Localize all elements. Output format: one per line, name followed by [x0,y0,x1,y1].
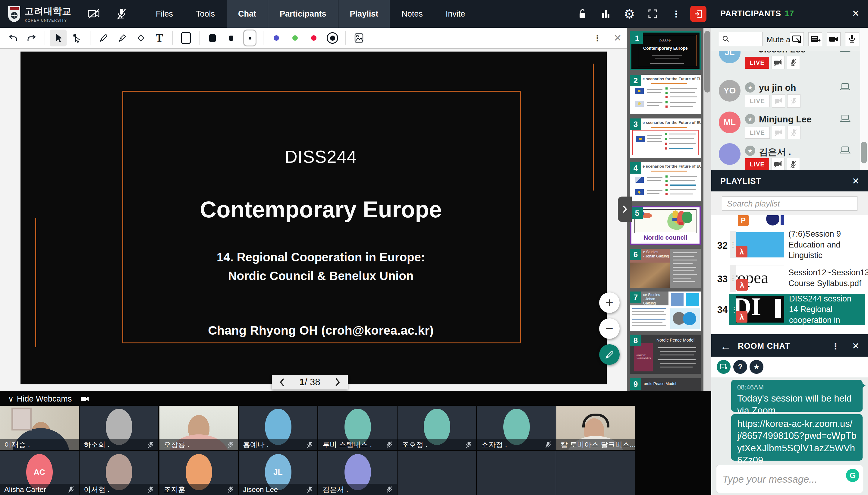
text-tool[interactable]: T [151,30,168,47]
camera-off-button[interactable] [772,126,785,139]
webcam-tile[interactable]: 조지훈 [159,451,238,495]
color-red[interactable] [305,30,322,47]
lock-button[interactable] [573,0,592,28]
participants-close-button[interactable]: ✕ [850,8,861,19]
menu-chat[interactable]: Chat [227,0,267,28]
camera-off-toggle[interactable] [80,0,108,28]
slide-thumbnail-8[interactable]: 8 Nordic Peace Model Security Communitie… [630,335,701,374]
playlist-item-selected[interactable]: ⋮ DI λ DISS244 session 14 Regional coope… [729,294,865,325]
chat-help-button[interactable]: ? [733,360,747,374]
mic-off-toggle[interactable] [108,0,135,28]
participant-row[interactable]: JL Jiseon Lee LIVE [711,51,860,68]
mic-off-button[interactable] [787,56,800,69]
menu-notes[interactable]: Notes [390,0,434,28]
drag-handle-icon[interactable]: ⋮ [730,265,736,292]
color-green[interactable] [287,30,303,47]
toolbar-overflow-menu[interactable]: ⋮ [591,33,603,44]
webcam-tile[interactable]: 루비 스탬네스 . [318,406,397,450]
webcam-tile[interactable]: JL Jiseon Lee [239,451,317,495]
presentation-canvas[interactable]: DISS244 Contemporary Europe 14. Regional… [0,49,627,391]
annotate-pencil-button[interactable] [599,344,620,365]
menu-files[interactable]: Files [144,0,185,28]
chat-notes-button[interactable] [717,360,731,374]
room-chat-close-button[interactable]: ✕ [850,340,861,352]
chat-menu-button[interactable]: ⋮ [829,341,841,352]
slide-thumbnail-2[interactable]: 2 e scenarios for the Future of EU 27 [630,75,701,114]
settings-button[interactable]: ⚙ [620,0,639,28]
thumbnail-scrollbar-thumb[interactable] [704,31,710,92]
laptop-icon[interactable] [837,145,853,156]
redo-button[interactable] [23,30,40,47]
playlist-close-button[interactable]: ✕ [850,175,861,187]
chat-message-input[interactable] [716,465,837,494]
chat-input-box[interactable]: G [716,465,863,493]
stroke-width-medium[interactable] [223,30,240,47]
undo-button[interactable] [4,30,21,47]
color-black-selected[interactable] [324,30,341,47]
webcam-tile[interactable]: 이재승 . [0,406,79,450]
mic-off-button[interactable] [787,126,800,139]
webcam-tile[interactable]: 이서현 . [80,451,158,495]
participant-search[interactable] [719,32,763,46]
next-page-button[interactable] [333,377,342,387]
drag-handle-icon[interactable]: ⋮ [730,231,736,258]
slide-thumbnail-9[interactable]: 9 ordic Peace Model [630,378,701,391]
color-blue[interactable] [268,30,285,47]
hide-webcams-toggle[interactable]: ∨ Hide Webcams [8,394,89,404]
mute-all-mics-button[interactable] [845,32,859,46]
stroke-width-small-selected[interactable] [241,30,258,47]
leave-room-button[interactable] [690,6,707,22]
camera-off-button[interactable] [771,56,784,69]
playlist-search-box[interactable] [722,196,857,211]
fullscreen-button[interactable] [643,0,662,28]
back-button[interactable]: ← [718,340,733,353]
menu-participants[interactable]: Participants [268,0,338,28]
chat-favorites-button[interactable]: ★ [749,360,763,374]
menu-tools[interactable]: Tools [185,0,226,28]
mute-all-screens-button[interactable] [790,32,804,46]
zoom-out-button[interactable]: − [599,318,620,339]
participant-search-input[interactable] [731,34,762,44]
webcam-tile[interactable]: 조호정 . [398,406,476,450]
camera-off-button[interactable] [772,95,785,108]
playlist-search-input[interactable] [722,197,857,211]
zoom-in-button[interactable]: + [599,292,620,313]
playlist-item-partial[interactable]: P [736,215,784,227]
participant-row[interactable]: ML ★ Minjung Lee LIVE [711,106,860,138]
grammarly-icon[interactable]: G [846,469,859,482]
pencil-tool[interactable] [95,30,112,47]
webcam-tile[interactable]: 오창룡 . [159,406,238,450]
marker-tool[interactable] [114,30,131,47]
select-tool[interactable] [50,30,67,47]
slide-thumbnail-4[interactable]: 4 e scenarios for the Future of EU 27 [630,162,701,201]
camera-off-button[interactable] [771,158,784,170]
laptop-icon[interactable] [837,51,853,54]
slide-thumbnail-5[interactable]: 5 Nordic council [630,206,701,245]
menu-playlist[interactable]: Playlist [338,0,390,28]
slide-thumbnail-6[interactable]: 6 e Studies - Johan Galtung [630,249,701,288]
insert-image-tool[interactable] [350,30,367,47]
webcam-tile[interactable]: 김은서 . [318,451,397,495]
slide-thumbnail-1[interactable]: 1 DISS244 Contemporary Europe [630,31,701,70]
collapse-thumbnails-button[interactable] [618,197,632,222]
webcam-tile[interactable]: 칼 토비아스 달크비스... [556,406,635,450]
webcam-tile[interactable]: 홍예나 . [239,406,317,450]
webcam-tile[interactable]: 소자정 . [477,406,556,450]
stroke-width-large[interactable] [204,30,221,47]
multi-select-tool[interactable] [68,30,85,47]
participant-row[interactable]: YO ★ yu jin oh LIVE [711,74,860,106]
participants-scrollbar-thumb[interactable] [861,142,867,164]
slide-thumbnail-7[interactable]: 7 ce Studies - Johan Galtung [630,291,701,331]
mic-off-button[interactable] [787,95,800,108]
shape-tool[interactable] [177,30,194,47]
mic-off-button[interactable] [787,158,800,170]
webcam-tile[interactable]: AC Alisha Carter [0,451,79,495]
previous-page-button[interactable] [277,377,287,387]
playlist-item[interactable]: 33 ⋮ ropea λ Session12~Session13 Course … [711,265,868,292]
slide-thumbnail-3[interactable]: 3 e scenarios for the Future of EU 27 [630,118,701,158]
eraser-tool[interactable] [132,30,149,47]
stats-button[interactable] [596,0,615,28]
laptop-icon[interactable] [837,82,853,92]
toolbar-close-button[interactable]: ✕ [612,32,624,44]
mute-all-cameras-button[interactable] [827,32,840,46]
